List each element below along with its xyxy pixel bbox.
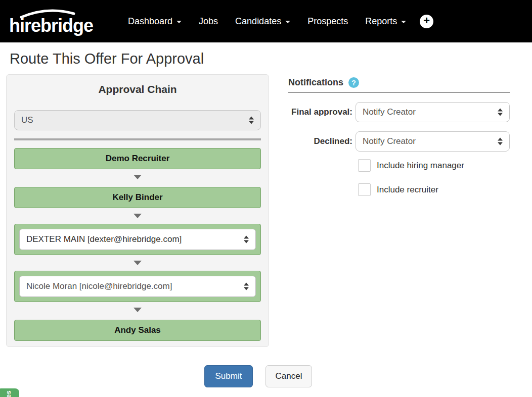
nav-item-prospects[interactable]: Prospects: [299, 11, 357, 32]
approver-step-2: Kelly Binder: [14, 187, 261, 208]
nav-item-label: Dashboard: [128, 16, 172, 27]
corner-widget-tab[interactable]: es: [0, 388, 19, 397]
approver-select-value: DEXTER MAIN [dexter@hirebridge.com]: [26, 234, 182, 244]
declined-select-value: Notify Creator: [363, 136, 416, 146]
submit-button[interactable]: Submit: [204, 365, 253, 387]
approver-select-value: Nicole Moran [nicole@hirebridge.com]: [26, 281, 172, 291]
svg-text:hirebridge: hirebridge: [9, 15, 93, 36]
declined-select[interactable]: Notify Creator: [356, 131, 510, 152]
approver-select-4[interactable]: Nicole Moran [nicole@hirebridge.com]: [19, 276, 256, 297]
approver-name: Andy Salas: [114, 325, 161, 335]
arrow-down-icon: [134, 214, 142, 218]
page-title: Route This Offer For Approval: [10, 51, 204, 67]
chevron-down-icon: [401, 21, 406, 23]
chain-divider: [14, 138, 261, 140]
final-approval-select[interactable]: Notify Creator: [356, 102, 510, 122]
approver-name: Demo Recruiter: [106, 154, 170, 164]
nav-item-dashboard[interactable]: Dashboard: [119, 11, 190, 32]
chevron-down-icon: [285, 21, 290, 23]
nav-item-candidates[interactable]: Candidates: [227, 11, 299, 32]
declined-row: Declined: Notify Creator: [288, 131, 510, 152]
include-recruiter-label: Include recruiter: [377, 185, 438, 195]
final-approval-select-value: Notify Creator: [363, 107, 416, 117]
plus-circle-icon[interactable]: +: [420, 15, 433, 28]
include-hiring-manager-label: Include hiring manager: [377, 161, 464, 171]
nav-item-label: Jobs: [199, 16, 218, 27]
chain-template-select[interactable]: US: [14, 110, 261, 130]
include-hiring-manager-checkbox[interactable]: [358, 159, 371, 172]
chevron-down-icon: [176, 21, 182, 23]
notifications-divider: [288, 92, 510, 93]
final-approval-label: Final approval:: [288, 107, 356, 117]
select-spinner-icon: [498, 109, 503, 116]
approver-step-4: Nicole Moran [nicole@hirebridge.com]: [14, 271, 261, 302]
top-navbar: hirebridge Dashboard Jobs Candidates Pro…: [0, 0, 532, 42]
include-recruiter-row: Include recruiter: [358, 183, 438, 196]
select-spinner-icon: [244, 283, 249, 290]
include-hiring-manager-row: Include hiring manager: [358, 159, 464, 172]
notifications-title: Notifications: [288, 77, 343, 88]
brand-logo[interactable]: hirebridge: [8, 5, 94, 37]
arrow-down-icon: [134, 261, 142, 265]
hirebridge-logo-icon: hirebridge: [8, 5, 94, 37]
approver-step-3: DEXTER MAIN [dexter@hirebridge.com]: [14, 224, 261, 255]
question-circle-icon[interactable]: ?: [348, 77, 359, 88]
nav-item-reports[interactable]: Reports: [357, 11, 415, 32]
select-spinner-icon: [249, 117, 254, 124]
nav-item-jobs[interactable]: Jobs: [190, 11, 227, 32]
include-recruiter-checkbox[interactable]: [358, 183, 371, 196]
approver-step-5: Andy Salas: [14, 320, 261, 341]
corner-widget-label: es: [5, 390, 12, 397]
approver-step-1: Demo Recruiter: [14, 148, 261, 169]
approval-chain-title: Approval Chain: [14, 83, 261, 95]
approval-chain-panel: Approval Chain US Demo Recruiter Kelly B…: [6, 74, 269, 347]
select-spinner-icon: [244, 236, 249, 243]
notifications-header: Notifications ?: [288, 77, 359, 88]
chain-template-select-value: US: [21, 115, 33, 125]
declined-label: Declined:: [288, 136, 356, 146]
approver-name: Kelly Binder: [112, 192, 162, 203]
select-spinner-icon: [498, 138, 503, 145]
cancel-button[interactable]: Cancel: [265, 365, 312, 387]
nav-item-label: Reports: [365, 16, 397, 27]
route-offer-page: hirebridge Dashboard Jobs Candidates Pro…: [0, 0, 532, 397]
arrow-down-icon: [134, 308, 142, 312]
nav-item-label: Candidates: [235, 16, 281, 27]
arrow-down-icon: [134, 175, 142, 179]
nav-item-label: Prospects: [307, 16, 348, 27]
final-approval-row: Final approval: Notify Creator: [288, 102, 510, 122]
nav-menu: Dashboard Jobs Candidates Prospects Repo…: [119, 11, 433, 32]
approver-select-3[interactable]: DEXTER MAIN [dexter@hirebridge.com]: [19, 229, 256, 250]
